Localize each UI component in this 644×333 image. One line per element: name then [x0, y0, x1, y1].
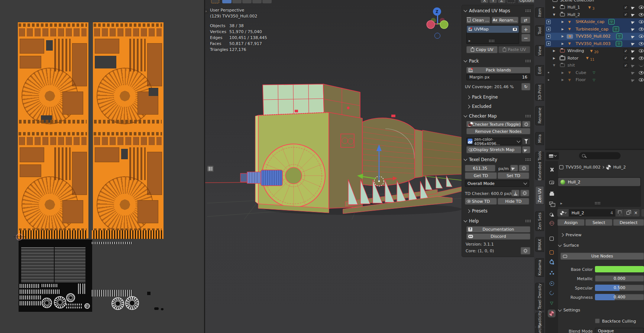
select-mode-button[interactable]	[242, 0, 252, 3]
texture-filter-button[interactable]	[522, 138, 530, 145]
section-pack-engine[interactable]: Pack Engine	[462, 94, 534, 100]
tweak-tool-button[interactable]	[211, 0, 219, 3]
tab-extended-tools[interactable]: Extended Tools	[535, 152, 544, 180]
gizmo-axis-y[interactable]	[440, 21, 448, 28]
tab-scene-properties[interactable]	[548, 211, 555, 217]
tab-render-properties[interactable]	[548, 179, 555, 186]
expand-icon[interactable]: ▶	[562, 78, 564, 81]
outliner-row-shkaside-cap[interactable]: ▶ ▼ SHKAside_cap ▽	[545, 18, 644, 26]
model-turbine[interactable]	[229, 78, 467, 220]
td-mode-dropdown[interactable]: Overall Mode	[465, 180, 529, 187]
tab-physics-properties[interactable]	[548, 280, 555, 286]
material-extras-button[interactable]	[641, 209, 644, 217]
expand-icon[interactable]: ▶	[562, 42, 564, 45]
selectable-icon[interactable]	[631, 5, 637, 10]
sync-uv-button[interactable]: ⇄	[521, 17, 530, 23]
selectable-icon[interactable]	[631, 63, 637, 68]
uv-islands-unselected[interactable]	[19, 240, 92, 312]
uv-islands-selected[interactable]	[18, 22, 164, 238]
settings-panel-header[interactable]: Settings	[559, 308, 580, 313]
section-advanced-uv-maps[interactable]: Advanced UV Maps	[462, 7, 534, 14]
selectable-icon[interactable]	[631, 34, 637, 39]
section-excluded[interactable]: Excluded	[462, 103, 534, 110]
options-dropdown[interactable]: Options	[518, 0, 534, 3]
tab-mira[interactable]: Mira	[535, 132, 544, 145]
expand-icon[interactable]: ▶	[562, 28, 564, 31]
selectable-icon[interactable]	[631, 49, 637, 53]
clean-uv-button[interactable]: Clean ...	[466, 17, 490, 23]
tab-3d-print[interactable]: 3D-Print	[535, 84, 544, 101]
hide-icon[interactable]	[639, 13, 644, 16]
stretch-picker-button[interactable]	[522, 146, 530, 153]
use-nodes-button[interactable]: Use Nodes	[560, 253, 644, 260]
tab-tool-properties[interactable]	[548, 166, 555, 173]
tab-view-layer-properties[interactable]	[548, 201, 555, 207]
tab-output-properties[interactable]	[548, 190, 555, 197]
uvmap-remove-button[interactable]: −	[521, 34, 530, 42]
expand-icon[interactable]: ▶	[553, 49, 555, 52]
list-expand-icon[interactable]: ▶	[469, 39, 470, 42]
outliner-row-scene-collection[interactable]: Scene Collection	[545, 0, 644, 4]
tab-item[interactable]: Item	[535, 7, 544, 18]
assign-button[interactable]: Assign	[557, 219, 585, 226]
show-td-button[interactable]: Show TD	[465, 198, 497, 205]
set-td-button[interactable]: Set TD	[498, 172, 529, 179]
td-value-field[interactable]: 611.35	[465, 165, 495, 172]
pack-islands-button[interactable]: Pack Islands	[466, 67, 530, 73]
exclude-checkbox[interactable]: ✓	[624, 12, 628, 17]
unlink-material-button[interactable]: ×	[632, 209, 640, 217]
gizmo-axis-x[interactable]	[427, 21, 434, 28]
metallic-slider[interactable]: 0.000	[595, 275, 644, 282]
tab-bmax[interactable]: BMAX	[535, 237, 544, 252]
material-slot-list[interactable]: Hull_2 ▶	[557, 177, 641, 207]
material-name-field[interactable]: Hull_2	[569, 209, 608, 217]
mirror-y-button[interactable]: Y	[489, 0, 497, 3]
section-presets[interactable]: Presets	[462, 208, 534, 214]
camera-render-icon[interactable]	[513, 28, 517, 31]
backface-culling-checkbox[interactable]	[595, 318, 600, 323]
selectable-icon[interactable]	[631, 27, 637, 31]
roughness-slider[interactable]: 0.400	[595, 294, 644, 300]
refresh-coverage-button[interactable]: ↻	[521, 83, 530, 90]
exclude-checkbox[interactable]: ✓	[624, 56, 628, 60]
rename-uv-button[interactable]: AᴢRenam...	[492, 17, 518, 23]
snap-icon[interactable]	[507, 0, 515, 3]
tab-texel-density[interactable]: Texel Density	[535, 283, 544, 310]
expand-icon[interactable]: ▼	[553, 64, 555, 67]
clip-marker-icon[interactable]	[207, 166, 214, 172]
uvmap-list[interactable]: UVMap ▶	[466, 25, 519, 44]
selectable-icon[interactable]	[631, 56, 637, 60]
checker-texture-dropdown[interactable]: zen-color-4096x4096...	[466, 138, 521, 145]
mirror-x-button[interactable]: X	[481, 0, 488, 3]
outliner-row-rotor[interactable]: ▶ Rotor ▼11 ✓	[545, 55, 644, 62]
hide-icon[interactable]	[639, 42, 644, 45]
tab-zen-uv[interactable]: Zen UV	[535, 186, 544, 205]
td-picker-button[interactable]	[510, 165, 518, 172]
uv-editor[interactable]	[0, 0, 204, 333]
discord-button[interactable]: Discord	[466, 233, 530, 240]
outliner-row-tvv350-hull-002[interactable]: ▶ ▼ TVV350_Hull.002 ▽	[545, 33, 644, 40]
deselect-button[interactable]: Deselect	[613, 219, 644, 226]
checker-settings-button[interactable]	[522, 121, 530, 127]
preview-panel-header[interactable]: Preview	[562, 233, 582, 237]
gizmo-axis-z-neg[interactable]	[434, 33, 440, 39]
outliner-row-cube[interactable]: ▶ ▼ Cube ▽	[545, 69, 644, 77]
list-expand-icon[interactable]: ▶	[560, 202, 562, 205]
section-checker-map[interactable]: Checker Map	[462, 113, 534, 119]
gizmo-axis-z[interactable]: Z	[433, 7, 441, 16]
select-mode-button[interactable]	[232, 0, 242, 3]
tab-data-properties[interactable]: ▽	[548, 300, 555, 306]
navigation-gizmo[interactable]: Z	[426, 3, 452, 40]
tab-kodama[interactable]: Kodama	[535, 258, 544, 277]
expand-icon[interactable]: ▶	[553, 6, 555, 9]
expand-icon[interactable]: ▼	[553, 13, 555, 16]
margin-px-field[interactable]: Margin px16	[466, 74, 530, 80]
td-settings-button[interactable]	[519, 165, 529, 172]
editor-type-dropdown[interactable]	[546, 152, 559, 160]
tab-tool[interactable]: Tool	[535, 25, 544, 36]
select-mode-button[interactable]	[252, 0, 262, 3]
tab-edit[interactable]: Edit	[535, 65, 544, 76]
expand-icon[interactable]: ▶	[553, 57, 555, 60]
hide-icon[interactable]	[639, 78, 644, 81]
surface-panel-header[interactable]: Surface	[559, 243, 579, 248]
